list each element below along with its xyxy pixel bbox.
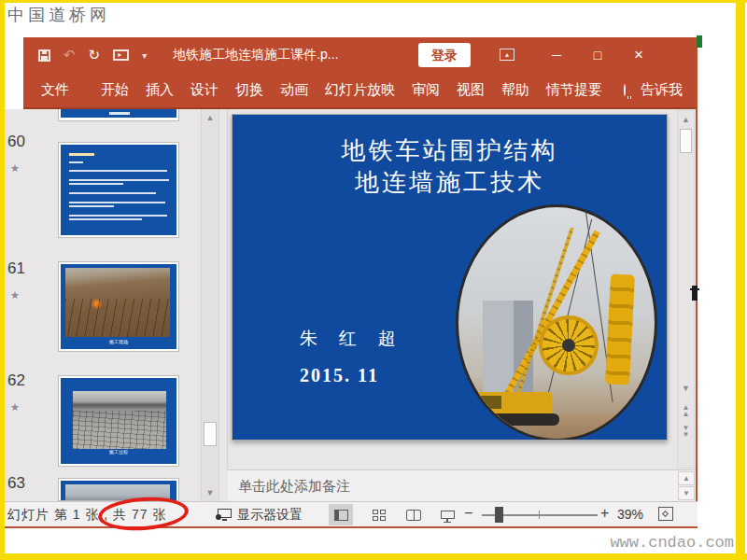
thumbnail-number: 61 [7,259,39,278]
scroll-up-icon[interactable]: ▲ [678,471,695,485]
crane-base-shape [472,392,552,414]
qat-dropdown-icon[interactable]: ▾ [142,50,147,61]
next-slide-icon[interactable]: ▼▼ [678,425,694,441]
tell-me-box[interactable]: 告诉我 [632,81,691,99]
crane-photo-circle[interactable] [456,204,657,441]
ribbon-display-options-icon[interactable]: ▴ [500,49,514,61]
undo-icon[interactable]: ↶ [63,47,76,63]
slide-thumbnail-62[interactable]: 施工过程 [58,375,179,467]
tab-storyboard[interactable]: 情节提要 [538,81,611,99]
start-slideshow-icon[interactable]: ▸ [113,49,129,61]
tab-file[interactable]: 文件 [33,81,78,99]
watermark-site-url: www.cndao.com [610,534,734,552]
slideshow-icon [441,511,455,519]
close-button[interactable]: × [625,37,653,73]
trench-cutter-shape [605,273,635,385]
window-border [696,37,698,528]
slide-thumbnail-60[interactable] [58,142,179,238]
frame-border [0,553,747,560]
slide-thumbnail-61[interactable]: 施工现场 [58,261,179,352]
window-title: 地铁施工地连墙施工课件.p... [173,47,338,63]
notes-pane[interactable]: 单击此处添加备注 ▲ ▼ [228,470,696,501]
monitor-settings-icon[interactable] [218,509,232,518]
animation-star-icon[interactable]: ★ [10,289,20,301]
normal-view-button[interactable] [329,504,353,525]
scrollbar-thumb[interactable] [680,129,692,153]
panel-divider [227,109,228,469]
notes-placeholder[interactable]: 单击此处添加备注 [238,478,350,496]
zoom-slider-center-tick [539,511,540,519]
login-button[interactable]: 登录 [418,43,471,67]
tab-insert[interactable]: 插入 [137,81,182,99]
tab-view[interactable]: 视图 [448,81,493,99]
save-icon[interactable] [38,49,50,62]
slide-thumbnail-partial-top[interactable] [58,109,179,121]
zoom-out-button[interactable]: − [464,505,472,522]
slide-author[interactable]: 朱 红 超 [300,327,404,351]
slide-title-line1[interactable]: 地铁车站围护结构 [233,134,667,167]
fit-to-window-icon[interactable] [658,507,673,521]
thumbnail-number: 60 [7,133,39,151]
rebar-field-photo [73,391,166,449]
crawler-track-shape [466,413,559,426]
zoom-slider-thumb[interactable] [495,507,503,523]
tab-slideshow[interactable]: 幻灯片放映 [317,81,403,99]
lightbulb-icon [624,84,626,96]
tab-design[interactable]: 设计 [182,81,227,99]
slideshow-view-button[interactable] [435,504,459,525]
watermark-site-name: 中国道桥网 [7,4,110,26]
tab-review[interactable]: 审阅 [403,81,448,99]
frame-border [0,0,747,3]
screen: 中国道桥网 www.cndao.com ↶ ↻ ▸ ▾ 地铁施工地连墙施工课件.… [0,0,747,560]
thumbnail-text-lines [61,145,176,235]
photo-caption: 施工现场 [61,339,176,344]
tab-help[interactable]: 帮助 [493,81,538,99]
scroll-down-icon[interactable]: ▼ [202,484,218,501]
thumbnail-number: 63 [7,474,39,493]
previous-slide-icon[interactable]: ▲▲ [678,404,694,421]
tab-transitions[interactable]: 切换 [227,81,272,99]
scrollbar-thumb[interactable] [204,422,217,446]
tab-animations[interactable]: 动画 [272,81,317,99]
screenshot-artifact [692,286,698,301]
notes-scrollbar[interactable]: ▲ ▼ [678,471,695,501]
scroll-down-icon[interactable]: ▼ [678,380,694,397]
workspace: 60 ★ 61 ★ 施工现场 62 [5,109,698,501]
minimize-button[interactable]: ─ [543,37,571,73]
screenshot-artifact [697,35,702,48]
construction-site-photo [65,268,170,337]
redo-icon[interactable]: ↻ [89,47,101,63]
frame-border [0,0,5,560]
reading-view-button[interactable] [402,504,426,525]
zoom-in-button[interactable]: + [600,505,609,522]
ribbon-tab-bar: 文件 开始 插入 设计 切换 动画 幻灯片放映 审阅 视图 帮助 情节提要 告诉… [23,73,698,109]
scroll-down-icon[interactable]: ▼ [678,486,695,500]
reading-view-icon [406,510,421,521]
scroll-up-icon[interactable]: ▲ [202,109,218,126]
quick-access-toolbar: ↶ ↻ ▸ ▾ [38,47,147,63]
thumbnail-scrollbar[interactable]: ▲ ▼ [201,109,219,501]
cutter-wheel-shape [539,315,599,375]
slide-date[interactable]: 2015. 11 [300,365,379,386]
display-settings-button[interactable]: 显示器设置 [237,507,303,524]
animation-star-icon[interactable]: ★ [10,162,20,175]
slide-canvas[interactable]: 地铁车站围护结构 地连墙施工技术 朱 红 超 2015. 11 [232,114,668,441]
frame-border [736,0,745,560]
photo-caption: 施工过程 [61,449,176,455]
animation-star-icon[interactable]: ★ [10,401,20,413]
slide-title-line2[interactable]: 地连墙施工技术 [233,166,667,199]
zoom-level[interactable]: 39% [617,507,643,522]
window-titlebar: ↶ ↻ ▸ ▾ 地铁施工地连墙施工课件.p... 登录 ▴ ─ □ × [23,37,698,73]
tab-home[interactable]: 开始 [92,81,137,99]
scroll-up-icon[interactable]: ▲ [678,111,694,128]
normal-view-icon [334,510,348,521]
thumbnail-number: 62 [7,371,39,390]
slide-sorter-icon [373,510,387,521]
slide-sorter-button[interactable] [367,504,391,525]
maximize-button[interactable]: □ [584,37,612,73]
